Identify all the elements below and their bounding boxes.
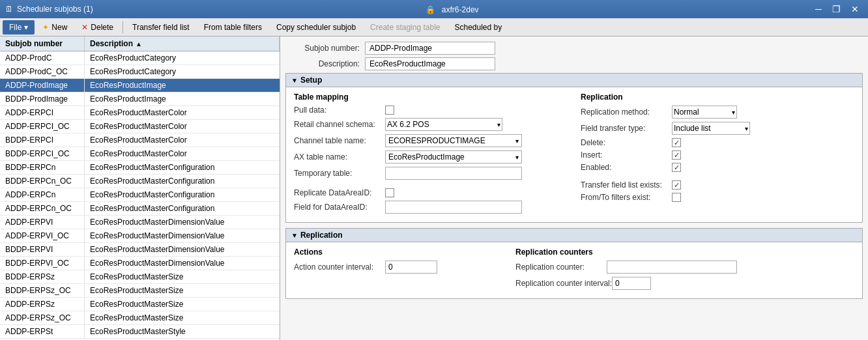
list-item[interactable]: ADDP-ProdCEcoResProductCategory	[0, 51, 280, 65]
replication-toggle-icon[interactable]: ▼	[291, 232, 298, 239]
list-cell-desc: EcoResProductMasterConfiguration	[85, 202, 280, 215]
list-item[interactable]: BDDP-ERPCIEcoResProductMasterColor	[0, 134, 280, 147]
field-transfer-type-arrow: ▾	[745, 125, 748, 132]
replication-section-title: Replication	[300, 231, 343, 240]
copy-scheduler-subjob-button[interactable]: Copy scheduler subjob	[270, 20, 362, 35]
field-transfer-type-select[interactable]: Include list ▾	[672, 122, 750, 135]
list-item[interactable]: BDDP-ERPSzEcoResProductMasterSize	[0, 270, 280, 284]
replication-section-content: Actions Action counter interval: Replica…	[286, 242, 862, 298]
description-header: Description ▲	[85, 36, 280, 51]
subjob-number-input[interactable]	[365, 42, 495, 55]
file-menu-button[interactable]: File ▾	[3, 20, 35, 35]
list-cell-subjob: ADDP-ERPSz_OC	[0, 311, 85, 324]
channel-table-name-select[interactable]: ECORESPRODUCTIMAGE ▾	[385, 134, 522, 147]
delete-checkbox[interactable]: ✓	[672, 138, 681, 147]
center-title: axfr6-2dev	[442, 5, 479, 14]
delete-label: Delete	[91, 23, 113, 32]
channel-table-name-value: ECORESPRODUCTIMAGE	[388, 136, 485, 145]
list-cell-subjob: BDDP-ERPSz_OC	[0, 284, 85, 297]
description-input[interactable]	[365, 57, 495, 70]
list-item[interactable]: ADDP-ERPSz_OCEcoResProductMasterSize	[0, 311, 280, 325]
temporary-table-input[interactable]	[385, 167, 522, 180]
insert-checkbox[interactable]: ✓	[672, 150, 681, 160]
transfer-field-list-exists-checkbox[interactable]: ✓	[672, 180, 681, 190]
list-item[interactable]: ADDP-ERPCI_OCEcoResProductMasterColor	[0, 120, 280, 134]
replication-col: Replication Replication method: Normal ▾…	[581, 92, 854, 217]
menu-bar: File ▾ ✦ New ✕ Delete Transfer field lis…	[0, 18, 868, 36]
from-to-filters-exist-checkbox[interactable]	[672, 193, 681, 202]
actions-title: Actions	[294, 248, 502, 257]
subjob-list[interactable]: ADDP-ProdCEcoResProductCategoryADDP-Prod…	[0, 51, 280, 340]
left-title: Scheduler subjobs (1)	[17, 5, 93, 14]
list-item[interactable]: BDDP-ERPCn_OCEcoResProductMasterConfigur…	[0, 175, 280, 188]
list-cell-desc: EcoResProductImage	[85, 79, 280, 92]
new-button[interactable]: ✦ New	[36, 20, 74, 35]
list-cell-desc: EcoResProductCategory	[85, 51, 280, 64]
create-staging-table-button[interactable]: Create staging table	[364, 20, 446, 35]
enabled-checkbox[interactable]: ✓	[672, 163, 681, 172]
left-panel: Subjob number Description ▲ ADDP-ProdCEc…	[0, 36, 280, 340]
list-item[interactable]: BDDP-ERPCnEcoResProductMasterConfigurati…	[0, 161, 280, 175]
list-item[interactable]: ADDP-ProdC_OCEcoResProductCategory	[0, 65, 280, 79]
replication-counter-interval-input[interactable]	[612, 277, 651, 290]
transfer-field-list-button[interactable]: Transfer field list	[126, 20, 196, 35]
list-item[interactable]: BDDP-ERPCI_OCEcoResProductMasterColor	[0, 147, 280, 161]
list-item[interactable]: ADDP-ERPVI_OCEcoResProductMasterDimensio…	[0, 229, 280, 243]
ax-table-name-label: AX table name:	[294, 152, 385, 162]
list-item[interactable]: ADDP-ERPCn_OCEcoResProductMasterConfigur…	[0, 202, 280, 216]
insert-label: Insert:	[581, 150, 672, 160]
description-label: Description:	[288, 59, 360, 68]
list-cell-subjob: BDDP-ERPCI_OC	[0, 147, 85, 160]
title-bar-controls: ─ ❐ ✕	[811, 3, 863, 16]
app-icon: 🗓	[5, 5, 13, 14]
enabled-row: Enabled: ✓	[581, 163, 854, 172]
list-item[interactable]: BDDP-ProdImageEcoResProductImage	[0, 92, 280, 106]
delete-button[interactable]: ✕ Delete	[75, 20, 120, 35]
subjob-number-label: Subjob number:	[288, 44, 360, 53]
list-cell-subjob: ADDP-ProdImage	[0, 79, 85, 92]
delete-label: Delete:	[581, 138, 672, 147]
replication-counter-input[interactable]	[607, 261, 737, 274]
list-item[interactable]: ADDP-ProdImageEcoResProductImage	[0, 79, 280, 92]
file-menu-label: File	[9, 23, 22, 32]
subjob-number-row: Subjob number:	[288, 42, 860, 55]
from-to-filters-exist-label: From/To filters exist:	[581, 193, 672, 202]
temporary-table-row: Temporary table:	[294, 167, 568, 180]
list-item[interactable]: ADDP-ERPCIEcoResProductMasterColor	[0, 106, 280, 120]
replication-method-row: Replication method: Normal ▾	[581, 106, 854, 119]
list-item[interactable]: BDDP-ERPVI_OCEcoResProductMasterDimensio…	[0, 257, 280, 270]
retail-channel-schema-value: AX 6.2 POS	[387, 120, 429, 129]
retail-channel-schema-select[interactable]: AX 6.2 POS ▾	[385, 118, 502, 131]
list-item[interactable]: BDDP-ERPSz_OCEcoResProductMasterSize	[0, 284, 280, 298]
scheduled-by-button[interactable]: Scheduled by	[448, 20, 508, 35]
restore-button[interactable]: ❐	[828, 3, 845, 16]
setup-toggle-icon[interactable]: ▼	[291, 77, 298, 84]
transfer-field-list-label: Transfer field list	[132, 23, 190, 32]
insert-row: Insert: ✓	[581, 150, 854, 160]
replication-section-header: ▼ Replication	[286, 229, 862, 242]
close-button[interactable]: ✕	[847, 3, 863, 16]
field-for-data-area-id-row: Field for DataAreaID:	[294, 201, 568, 214]
list-item[interactable]: ADDP-ERPCnEcoResProductMasterConfigurati…	[0, 188, 280, 202]
list-cell-desc: EcoResProductMasterDimensionValue	[85, 243, 280, 256]
field-for-data-area-id-label: Field for DataAreaID:	[294, 203, 385, 212]
replication-counter-interval-row: Replication counter interval:	[515, 277, 854, 290]
table-mapping-col: Table mapping Pull data: Retail channel …	[294, 92, 568, 217]
list-item[interactable]: ADDP-ERPStEcoResProductMasterStyle	[0, 325, 280, 339]
pull-data-checkbox[interactable]	[385, 106, 394, 115]
list-cell-subjob: ADDP-ERPSz	[0, 298, 85, 311]
replicate-data-area-id-checkbox[interactable]	[385, 188, 394, 197]
action-counter-interval-input[interactable]	[385, 261, 437, 274]
replication-method-select[interactable]: Normal ▾	[672, 106, 737, 119]
field-for-data-area-id-input[interactable]	[385, 201, 522, 214]
ax-table-name-select[interactable]: EcoResProductImage ▾	[385, 150, 522, 163]
minimize-button[interactable]: ─	[811, 3, 826, 16]
from-table-filters-button[interactable]: From table filters	[197, 20, 268, 35]
list-item[interactable]: BDDP-ERPVIEcoResProductMasterDimensionVa…	[0, 243, 280, 257]
list-item[interactable]: ADDP-ERPVIEcoResProductMasterDimensionVa…	[0, 216, 280, 229]
list-cell-subjob: BDDP-ERPCn_OC	[0, 175, 85, 188]
list-cell-desc: EcoResProductMasterSize	[85, 284, 280, 297]
list-item[interactable]: ADDP-ERPSzEcoResProductMasterSize	[0, 298, 280, 311]
main-layout: Subjob number Description ▲ ADDP-ProdCEc…	[0, 36, 868, 340]
title-bar: 🗓 Scheduler subjobs (1) 🔒 axfr6-2dev ─ ❐…	[0, 0, 868, 18]
